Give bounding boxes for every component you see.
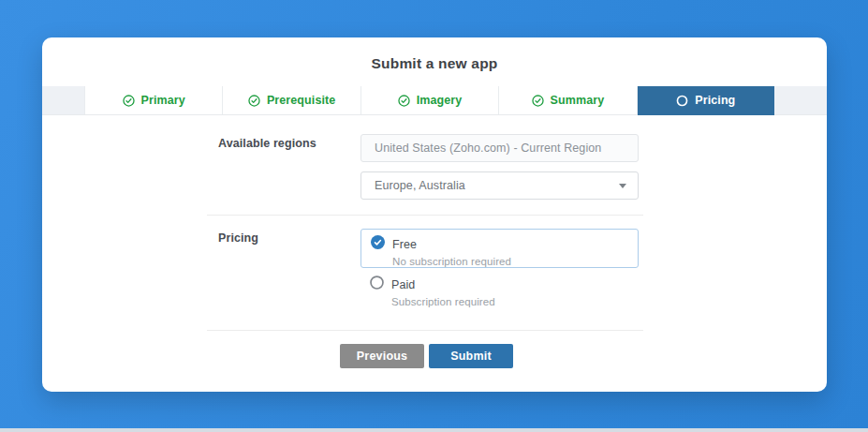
tab-prerequisite[interactable]: Prerequisite	[223, 86, 360, 114]
page-bottom-edge	[0, 428, 868, 432]
check-circle-icon	[123, 95, 135, 107]
pricing-option-paid[interactable]: Paid Subscription required	[370, 276, 495, 307]
tab-summary[interactable]: Summary	[499, 86, 637, 114]
previous-button[interactable]: Previous	[340, 344, 424, 368]
radio-unselected-icon	[370, 276, 384, 293]
option-label: Paid	[391, 278, 415, 291]
check-circle-icon	[248, 95, 260, 107]
wizard-tabbar: Primary Prerequisite Imagery Summary Pri	[42, 86, 827, 115]
option-label: Free	[392, 238, 417, 251]
check-circle-icon	[398, 95, 410, 107]
tabbar-left-spacer	[42, 86, 84, 114]
submit-app-modal: Submit a new app Primary Prerequisite Im…	[42, 37, 827, 392]
footer-divider	[207, 330, 643, 331]
tab-pricing[interactable]: Pricing	[638, 86, 774, 114]
chevron-down-icon	[619, 184, 626, 188]
option-description: No subscription required	[392, 256, 638, 267]
option-description: Subscription required	[391, 296, 495, 307]
tab-label: Summary	[551, 94, 605, 107]
pricing-label: Pricing	[218, 231, 258, 245]
section-divider	[207, 215, 643, 216]
circle-icon	[676, 95, 688, 107]
tab-label: Primary	[141, 94, 185, 107]
submit-button[interactable]: Submit	[429, 344, 513, 368]
tab-primary[interactable]: Primary	[84, 86, 223, 114]
regions-dropdown[interactable]: Europe, Australia	[360, 171, 639, 200]
check-circle-icon	[532, 95, 544, 107]
tabbar-right-spacer	[774, 86, 827, 114]
regions-dropdown-value: Europe, Australia	[375, 179, 465, 192]
pricing-option-free[interactable]: Free No subscription required	[360, 229, 639, 268]
radio-selected-icon	[371, 235, 385, 253]
tab-label: Prerequisite	[267, 94, 335, 107]
current-region-field	[360, 134, 639, 162]
available-regions-label: Available regions	[218, 137, 316, 150]
tab-imagery[interactable]: Imagery	[361, 86, 499, 114]
tab-label: Pricing	[695, 94, 735, 107]
tab-label: Imagery	[417, 94, 463, 107]
page-title: Submit a new app	[42, 55, 827, 72]
